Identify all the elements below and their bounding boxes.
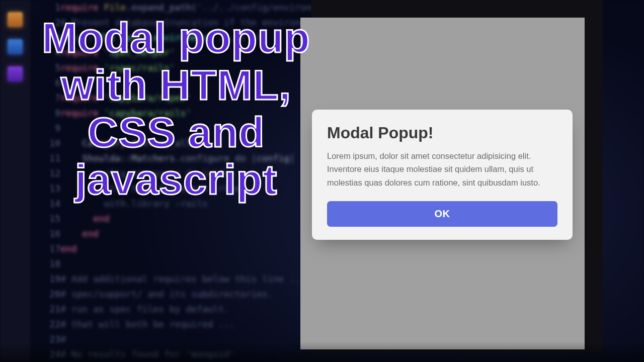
line-number: 21	[40, 302, 60, 317]
line-number: 1	[40, 0, 60, 15]
line-number: 18	[40, 256, 60, 272]
modal-popup: Modal Popup! Lorem ipsum, dolor sit amet…	[312, 110, 573, 240]
line-number: 16	[40, 226, 60, 241]
modal-title: Modal Popup!	[327, 124, 557, 142]
line-number: 15	[40, 211, 60, 226]
page-title: Modal popup with HTML, CSS and javascrip…	[20, 14, 332, 203]
line-number: 20	[40, 287, 60, 302]
line-number: 19	[40, 272, 60, 287]
line-number: 22	[40, 317, 60, 332]
modal-body: Lorem ipsum, dolor sit amet consectetur …	[327, 149, 557, 189]
ok-button[interactable]: OK	[327, 201, 557, 227]
bottom-vignette	[0, 342, 644, 362]
line-number: 17	[40, 241, 60, 256]
